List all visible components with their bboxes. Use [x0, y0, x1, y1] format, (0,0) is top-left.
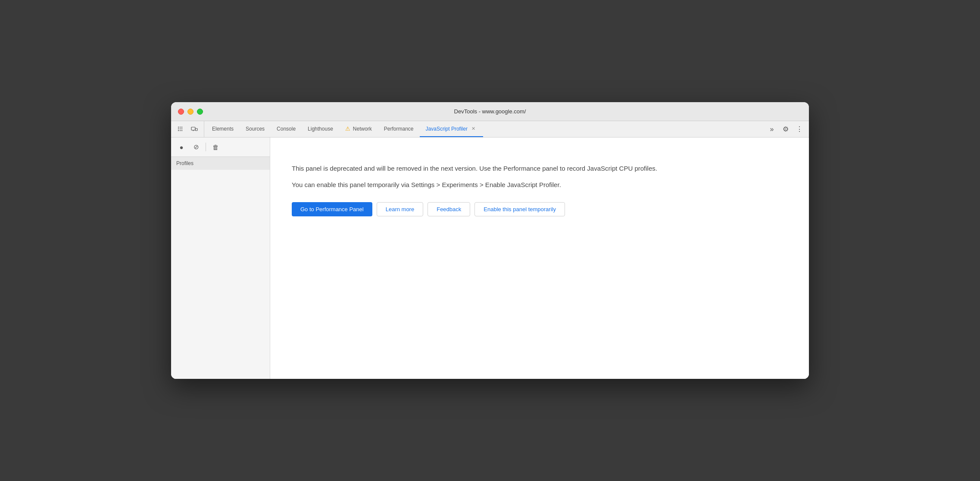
more-options-button[interactable]: ⋮: [793, 123, 805, 135]
device-toggle-icon[interactable]: [188, 123, 200, 135]
sidebar-toolbar: ● ⊘ 🗑: [171, 137, 270, 157]
content-panel: This panel is deprecated and will be rem…: [270, 137, 809, 379]
enable-panel-button[interactable]: Enable this panel temporarily: [474, 202, 565, 216]
pointer-icon[interactable]: [175, 123, 187, 135]
action-buttons: Go to Performance Panel Learn more Feedb…: [292, 202, 657, 216]
deprecation-notice: This panel is deprecated and will be rem…: [292, 163, 657, 216]
svg-rect-6: [178, 130, 179, 131]
svg-rect-5: [181, 128, 182, 129]
tab-bar-left-icons: [175, 121, 204, 137]
network-warning-icon: ⚠: [345, 125, 350, 132]
window-title: DevTools - www.google.com/: [454, 108, 526, 115]
traffic-lights: [178, 109, 203, 115]
tab-bar-right: » ⚙ ⋮: [766, 121, 805, 137]
svg-rect-1: [180, 127, 181, 128]
settings-button[interactable]: ⚙: [780, 123, 792, 135]
deprecation-text: This panel is deprecated and will be rem…: [292, 163, 657, 190]
stop-button[interactable]: ⊘: [190, 141, 202, 153]
tab-close-icon[interactable]: ✕: [470, 125, 477, 132]
go-to-performance-button[interactable]: Go to Performance Panel: [292, 202, 372, 216]
profiles-label: Profiles: [171, 157, 270, 170]
svg-rect-3: [180, 128, 181, 129]
sidebar: ● ⊘ 🗑 Profiles: [171, 137, 270, 379]
more-tabs-button[interactable]: »: [766, 123, 778, 135]
tab-console[interactable]: Console: [271, 121, 302, 137]
title-bar: DevTools - www.google.com/: [171, 102, 809, 121]
svg-rect-9: [191, 127, 195, 130]
svg-rect-8: [181, 130, 182, 131]
tab-lighthouse[interactable]: Lighthouse: [302, 121, 339, 137]
tab-sources[interactable]: Sources: [240, 121, 271, 137]
deprecation-paragraph-1: This panel is deprecated and will be rem…: [292, 163, 657, 174]
learn-more-button[interactable]: Learn more: [377, 202, 423, 216]
svg-rect-10: [195, 128, 197, 131]
tab-performance[interactable]: Performance: [378, 121, 420, 137]
main-area: ● ⊘ 🗑 Profiles This panel is deprecated …: [171, 137, 809, 379]
sidebar-divider: [206, 143, 206, 151]
svg-rect-2: [178, 128, 179, 129]
maximize-button[interactable]: [197, 109, 203, 115]
tab-network[interactable]: ⚠ Network: [339, 121, 378, 137]
tab-js-profiler[interactable]: JavaScript Profiler ✕: [420, 121, 483, 137]
devtools-window: DevTools - www.google.com/: [171, 102, 809, 379]
svg-rect-4: [181, 127, 182, 128]
svg-rect-0: [178, 127, 179, 128]
record-button[interactable]: ●: [175, 141, 187, 153]
svg-rect-7: [180, 130, 181, 131]
delete-button[interactable]: 🗑: [209, 141, 222, 153]
tab-elements[interactable]: Elements: [206, 121, 240, 137]
tab-bar: Elements Sources Console Lighthouse ⚠ Ne…: [171, 121, 809, 137]
feedback-button[interactable]: Feedback: [428, 202, 470, 216]
tabs-container: Elements Sources Console Lighthouse ⚠ Ne…: [206, 121, 766, 137]
close-button[interactable]: [178, 109, 184, 115]
deprecation-paragraph-2: You can enable this panel temporarily vi…: [292, 180, 657, 190]
minimize-button[interactable]: [187, 109, 194, 115]
